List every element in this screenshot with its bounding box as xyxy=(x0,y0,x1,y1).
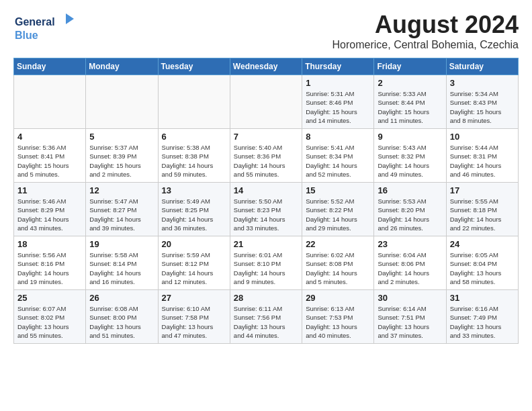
day-number: 12 xyxy=(89,185,154,195)
calendar-week-4: 18Sunrise: 5:56 AM Sunset: 8:16 PM Dayli… xyxy=(14,236,519,290)
day-number: 16 xyxy=(378,185,442,195)
day-info: Sunrise: 5:31 AM Sunset: 8:46 PM Dayligh… xyxy=(306,89,370,125)
day-number: 14 xyxy=(234,185,298,195)
calendar-cell xyxy=(14,75,86,129)
day-number: 29 xyxy=(306,293,370,303)
day-number: 21 xyxy=(234,239,298,249)
logo-area: General Blue xyxy=(13,11,74,46)
month-title: August 2024 xyxy=(332,11,519,39)
calendar-cell xyxy=(86,75,158,129)
day-info: Sunrise: 5:52 AM Sunset: 8:22 PM Dayligh… xyxy=(306,197,370,232)
day-number: 1 xyxy=(306,78,370,88)
day-number: 2 xyxy=(378,78,442,88)
calendar-cell: 7Sunrise: 5:40 AM Sunset: 8:36 PM Daylig… xyxy=(230,129,302,183)
header-saturday: Saturday xyxy=(446,58,518,75)
calendar-week-3: 11Sunrise: 5:46 AM Sunset: 8:29 PM Dayli… xyxy=(14,183,519,236)
calendar-cell: 11Sunrise: 5:46 AM Sunset: 8:29 PM Dayli… xyxy=(14,183,86,236)
calendar-week-5: 25Sunrise: 6:07 AM Sunset: 8:02 PM Dayli… xyxy=(14,290,519,344)
location-title: Horomerice, Central Bohemia, Czechia xyxy=(332,39,519,51)
day-number: 18 xyxy=(17,239,82,249)
day-info: Sunrise: 6:02 AM Sunset: 8:08 PM Dayligh… xyxy=(306,250,370,286)
calendar-cell: 31Sunrise: 6:16 AM Sunset: 7:49 PM Dayli… xyxy=(446,290,518,344)
calendar-cell: 30Sunrise: 6:14 AM Sunset: 7:51 PM Dayli… xyxy=(374,290,446,344)
calendar-cell: 21Sunrise: 6:01 AM Sunset: 8:10 PM Dayli… xyxy=(230,236,302,290)
day-number: 19 xyxy=(89,239,154,249)
day-info: Sunrise: 6:14 AM Sunset: 7:51 PM Dayligh… xyxy=(378,304,442,340)
day-number: 17 xyxy=(450,185,515,195)
calendar-cell: 10Sunrise: 5:44 AM Sunset: 8:31 PM Dayli… xyxy=(446,129,518,183)
day-number: 23 xyxy=(378,239,442,249)
day-number: 5 xyxy=(89,132,154,142)
calendar-cell: 14Sunrise: 5:50 AM Sunset: 8:23 PM Dayli… xyxy=(230,183,302,236)
day-info: Sunrise: 6:07 AM Sunset: 8:02 PM Dayligh… xyxy=(17,304,82,340)
calendar-cell xyxy=(158,75,230,129)
day-info: Sunrise: 6:01 AM Sunset: 8:10 PM Dayligh… xyxy=(234,250,298,286)
calendar-header-row: Sunday Monday Tuesday Wednesday Thursday… xyxy=(14,58,519,75)
day-number: 30 xyxy=(378,293,442,303)
day-number: 8 xyxy=(306,132,370,142)
day-info: Sunrise: 5:43 AM Sunset: 8:32 PM Dayligh… xyxy=(378,143,442,179)
header-sunday: Sunday xyxy=(14,58,86,75)
day-number: 9 xyxy=(378,132,442,142)
day-info: Sunrise: 5:37 AM Sunset: 8:39 PM Dayligh… xyxy=(89,143,154,179)
day-number: 28 xyxy=(234,293,298,303)
day-number: 3 xyxy=(450,78,515,88)
header-friday: Friday xyxy=(374,58,446,75)
page: General Blue August 2024 Horomerice, Cen… xyxy=(0,0,532,355)
calendar-cell: 6Sunrise: 5:38 AM Sunset: 8:38 PM Daylig… xyxy=(158,129,230,183)
calendar-table: Sunday Monday Tuesday Wednesday Thursday… xyxy=(13,58,519,344)
day-number: 11 xyxy=(17,185,82,195)
calendar-cell: 13Sunrise: 5:49 AM Sunset: 8:25 PM Dayli… xyxy=(158,183,230,236)
day-info: Sunrise: 5:55 AM Sunset: 8:18 PM Dayligh… xyxy=(450,197,515,232)
day-info: Sunrise: 5:36 AM Sunset: 8:41 PM Dayligh… xyxy=(17,143,82,179)
day-number: 4 xyxy=(17,132,82,142)
calendar-cell: 12Sunrise: 5:47 AM Sunset: 8:27 PM Dayli… xyxy=(86,183,158,236)
day-number: 31 xyxy=(450,293,515,303)
calendar-cell: 29Sunrise: 6:13 AM Sunset: 7:53 PM Dayli… xyxy=(302,290,374,344)
header-wednesday: Wednesday xyxy=(230,58,302,75)
calendar-cell: 19Sunrise: 5:58 AM Sunset: 8:14 PM Dayli… xyxy=(86,236,158,290)
calendar-week-2: 4Sunrise: 5:36 AM Sunset: 8:41 PM Daylig… xyxy=(14,129,519,183)
day-info: Sunrise: 5:34 AM Sunset: 8:43 PM Dayligh… xyxy=(450,89,515,125)
day-info: Sunrise: 6:11 AM Sunset: 7:56 PM Dayligh… xyxy=(234,304,298,340)
day-info: Sunrise: 5:47 AM Sunset: 8:27 PM Dayligh… xyxy=(89,197,154,232)
day-info: Sunrise: 5:49 AM Sunset: 8:25 PM Dayligh… xyxy=(162,197,226,232)
day-info: Sunrise: 6:16 AM Sunset: 7:49 PM Dayligh… xyxy=(450,304,515,340)
calendar-cell: 28Sunrise: 6:11 AM Sunset: 7:56 PM Dayli… xyxy=(230,290,302,344)
day-number: 24 xyxy=(450,239,515,249)
day-info: Sunrise: 5:38 AM Sunset: 8:38 PM Dayligh… xyxy=(162,143,226,179)
calendar-cell: 8Sunrise: 5:41 AM Sunset: 8:34 PM Daylig… xyxy=(302,129,374,183)
calendar-cell: 1Sunrise: 5:31 AM Sunset: 8:46 PM Daylig… xyxy=(302,75,374,129)
svg-marker-1 xyxy=(66,13,74,24)
calendar-cell: 24Sunrise: 6:05 AM Sunset: 8:04 PM Dayli… xyxy=(446,236,518,290)
header-thursday: Thursday xyxy=(302,58,374,75)
title-area: August 2024 Horomerice, Central Bohemia,… xyxy=(332,11,519,51)
calendar-cell: 3Sunrise: 5:34 AM Sunset: 8:43 PM Daylig… xyxy=(446,75,518,129)
calendar-cell: 20Sunrise: 5:59 AM Sunset: 8:12 PM Dayli… xyxy=(158,236,230,290)
calendar-cell: 27Sunrise: 6:10 AM Sunset: 7:58 PM Dayli… xyxy=(158,290,230,344)
calendar-cell: 23Sunrise: 6:04 AM Sunset: 8:06 PM Dayli… xyxy=(374,236,446,290)
calendar-cell: 22Sunrise: 6:02 AM Sunset: 8:08 PM Dayli… xyxy=(302,236,374,290)
day-info: Sunrise: 6:04 AM Sunset: 8:06 PM Dayligh… xyxy=(378,250,442,286)
header-monday: Monday xyxy=(86,58,158,75)
day-info: Sunrise: 5:59 AM Sunset: 8:12 PM Dayligh… xyxy=(162,250,226,286)
day-number: 25 xyxy=(17,293,82,303)
calendar-cell: 16Sunrise: 5:53 AM Sunset: 8:20 PM Dayli… xyxy=(374,183,446,236)
day-info: Sunrise: 6:05 AM Sunset: 8:04 PM Dayligh… xyxy=(450,250,515,286)
day-info: Sunrise: 6:13 AM Sunset: 7:53 PM Dayligh… xyxy=(306,304,370,340)
calendar-cell: 25Sunrise: 6:07 AM Sunset: 8:02 PM Dayli… xyxy=(14,290,86,344)
logo-svg: General Blue xyxy=(13,11,74,43)
day-number: 27 xyxy=(162,293,226,303)
calendar-cell: 26Sunrise: 6:08 AM Sunset: 8:00 PM Dayli… xyxy=(86,290,158,344)
day-number: 13 xyxy=(162,185,226,195)
calendar-cell: 18Sunrise: 5:56 AM Sunset: 8:16 PM Dayli… xyxy=(14,236,86,290)
day-info: Sunrise: 5:56 AM Sunset: 8:16 PM Dayligh… xyxy=(17,250,82,286)
calendar-cell: 17Sunrise: 5:55 AM Sunset: 8:18 PM Dayli… xyxy=(446,183,518,236)
day-info: Sunrise: 5:33 AM Sunset: 8:44 PM Dayligh… xyxy=(378,89,442,125)
logo: General Blue xyxy=(13,11,74,46)
calendar-cell: 2Sunrise: 5:33 AM Sunset: 8:44 PM Daylig… xyxy=(374,75,446,129)
svg-text:Blue: Blue xyxy=(15,30,38,41)
day-info: Sunrise: 5:58 AM Sunset: 8:14 PM Dayligh… xyxy=(89,250,154,286)
day-number: 20 xyxy=(162,239,226,249)
day-info: Sunrise: 6:08 AM Sunset: 8:00 PM Dayligh… xyxy=(89,304,154,340)
